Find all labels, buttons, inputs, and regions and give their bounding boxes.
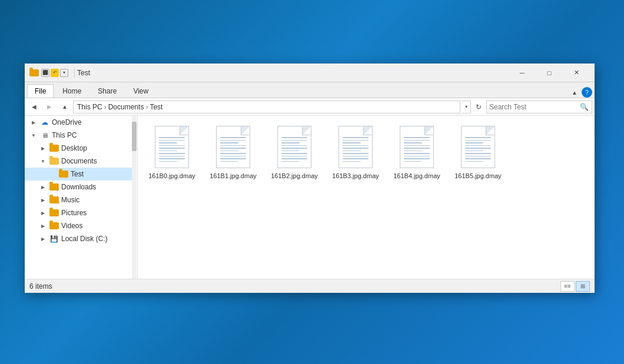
qa-undo-button[interactable]: ↶ (51, 69, 59, 77)
address-dropdown-button[interactable]: ▾ (462, 101, 471, 113)
file-icon-4 (400, 126, 434, 168)
doc-line (220, 156, 246, 157)
doc-line (343, 148, 369, 149)
downloads-expand-arrow[interactable]: ▶ (39, 183, 47, 191)
desktop-expand-arrow[interactable]: ▶ (39, 144, 47, 152)
sidebar-item-pictures[interactable]: ▶ Pictures (25, 206, 132, 219)
doc-line (404, 153, 430, 154)
file-item-0[interactable]: 161B0.jpg.dmay (142, 121, 201, 183)
doc-line (220, 140, 246, 141)
qa-properties-button[interactable]: ⬛ (41, 69, 49, 77)
doc-line (404, 148, 430, 149)
onedrive-label: OneDrive (52, 118, 82, 126)
doc-line (281, 145, 307, 146)
this-pc-expand-arrow[interactable]: ▼ (29, 131, 38, 139)
file-area: 161B0.jpg.dmay (138, 116, 595, 279)
doc-line (465, 142, 483, 143)
sidebar-item-onedrive[interactable]: ▶ ☁ OneDrive (25, 116, 132, 129)
sidebar-item-downloads[interactable]: ▶ ↓ Downloads (25, 181, 132, 193)
doc-line (220, 137, 246, 138)
sidebar-item-this-pc[interactable]: ▼ 🖥 This PC (25, 129, 132, 142)
sidebar-item-desktop[interactable]: ▶ Desktop (25, 142, 132, 155)
sidebar-wrapper: ▶ ☁ OneDrive ▼ 🖥 This PC ▶ (25, 116, 138, 279)
sidebar-item-videos[interactable]: ▶ Videos (25, 219, 132, 232)
cloud-icon: ☁ (40, 118, 49, 127)
file-item-2[interactable]: 161B2.jpg.dmay (265, 121, 324, 183)
sidebar-item-local-disk[interactable]: ▶ 💾 Local Disk (C:) (25, 232, 132, 245)
doc-line (404, 137, 430, 138)
computer-icon: 🖥 (40, 131, 49, 140)
file-item-4[interactable]: 161B4.jpg.dmay (387, 121, 446, 183)
test-label: Test (71, 170, 84, 178)
quick-access-toolbar: ⬛ ↶ ▾ (41, 69, 68, 77)
window-controls: ─ □ ✕ (509, 64, 590, 82)
refresh-button[interactable]: ↻ (472, 101, 485, 113)
explorer-window: ⬛ ↶ ▾ Test ─ □ ✕ File Home Share View ▲ … (25, 64, 595, 293)
doc-line (220, 145, 246, 146)
downloads-folder-icon: ↓ (49, 182, 59, 192)
file-name-3: 161B3.jpg.dmay (332, 172, 379, 180)
tab-share[interactable]: Share (90, 84, 124, 98)
tab-view[interactable]: View (125, 84, 156, 98)
sidebar-item-test[interactable]: Test (25, 168, 132, 181)
doc-line (281, 142, 300, 143)
up-button[interactable]: ▲ (58, 101, 72, 113)
file-item-3[interactable]: 161B3.jpg.dmay (326, 121, 385, 183)
file-item-1[interactable]: 161B1.jpg.dmay (204, 121, 263, 183)
file-icon-5 (461, 126, 495, 168)
minimize-button[interactable]: ─ (509, 64, 536, 82)
doc-line (343, 156, 369, 157)
sidebar-scroll-thumb[interactable] (132, 122, 137, 151)
search-input[interactable] (489, 103, 579, 111)
maximize-button[interactable]: □ (536, 64, 563, 82)
music-expand-arrow[interactable]: ▶ (39, 196, 47, 204)
main-area: ▶ ☁ OneDrive ▼ 🖥 This PC ▶ (25, 116, 595, 279)
doc-line (281, 151, 300, 152)
onedrive-expand-arrow[interactable]: ▶ (29, 118, 38, 126)
qa-down-button[interactable]: ▾ (60, 69, 68, 77)
doc-line (343, 158, 369, 159)
doc-line (159, 156, 185, 157)
doc-line (404, 161, 422, 162)
file-name-0: 161B0.jpg.dmay (148, 172, 195, 180)
file-icon-3 (338, 126, 373, 168)
documents-expand-arrow[interactable]: ▼ (39, 157, 47, 165)
doc-line (159, 142, 177, 143)
path-this-pc[interactable]: This PC (77, 103, 102, 111)
address-path[interactable]: This PC › Documents › Test (73, 101, 460, 113)
search-button[interactable]: 🔍 (579, 102, 589, 112)
doc-line (281, 153, 307, 154)
sidebar-item-documents[interactable]: ▼ Documents (25, 155, 132, 168)
forward-button[interactable]: ▶ (42, 101, 57, 113)
file-name-2: 161B2.jpg.dmay (271, 172, 318, 180)
local-disk-icon: 💾 (49, 234, 59, 243)
doc-line (281, 158, 307, 159)
help-button[interactable]: ? (582, 87, 592, 98)
sidebar-item-music[interactable]: ▶ ♪ Music (25, 193, 132, 206)
local-disk-expand-arrow[interactable]: ▶ (39, 235, 47, 243)
path-documents[interactable]: Documents (108, 103, 144, 111)
tab-file[interactable]: File (27, 84, 54, 98)
sidebar-scrollbar[interactable] (132, 116, 137, 279)
details-view-button[interactable]: ≡≡ (560, 281, 575, 292)
path-test[interactable]: Test (150, 103, 162, 111)
large-icons-view-button[interactable]: ⊞ (576, 281, 590, 292)
close-button[interactable]: ✕ (563, 64, 590, 82)
doc-line (281, 161, 300, 162)
doc-line (465, 137, 491, 138)
tab-home[interactable]: Home (55, 84, 89, 98)
this-pc-label: This PC (52, 131, 77, 139)
file-icon-2 (277, 126, 311, 168)
videos-expand-arrow[interactable]: ▶ (39, 222, 47, 230)
ribbon-collapse-button[interactable]: ▲ (570, 88, 579, 97)
doc-line (159, 148, 185, 149)
doc-line (404, 151, 422, 152)
back-button[interactable]: ◀ (27, 101, 41, 113)
file-item-5[interactable]: 161B5.jpg.dmay (449, 121, 507, 183)
doc-line (159, 145, 185, 146)
doc-line (220, 151, 238, 152)
pictures-expand-arrow[interactable]: ▶ (39, 209, 47, 217)
doc-line (343, 140, 369, 141)
doc-line (220, 158, 246, 159)
doc-line (159, 161, 177, 162)
